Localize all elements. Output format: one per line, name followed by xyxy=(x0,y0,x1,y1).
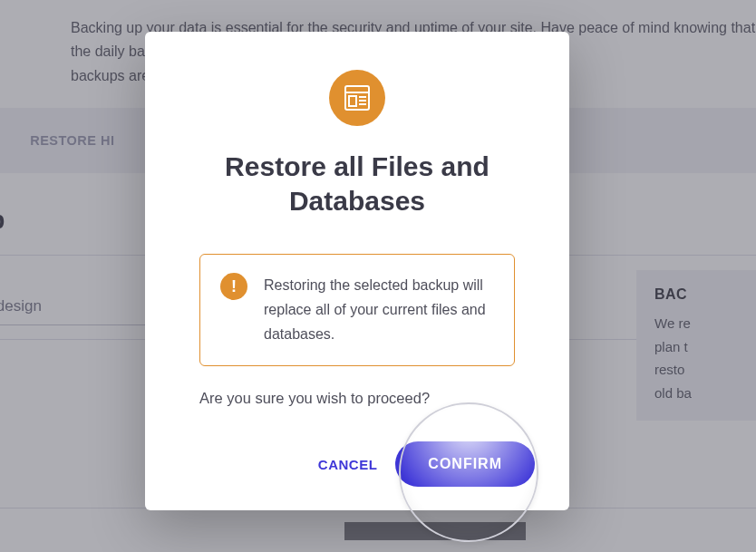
restore-confirm-modal: Restore all Files and Databases ! Restor… xyxy=(145,32,569,510)
confirm-button[interactable]: CONFIRM xyxy=(395,441,535,487)
warning-text: Restoring the selected backup will repla… xyxy=(264,273,494,347)
svg-rect-2 xyxy=(349,96,356,106)
cancel-button[interactable]: CANCEL xyxy=(313,448,383,481)
proceed-question: Are you sure you wish to proceed? xyxy=(199,390,515,407)
modal-title: Restore all Files and Databases xyxy=(199,150,515,218)
restore-icon xyxy=(329,70,385,126)
modal-actions: CANCEL CONFIRM xyxy=(313,441,535,487)
warning-box: ! Restoring the selected backup will rep… xyxy=(199,254,515,366)
warning-icon: ! xyxy=(220,273,247,300)
